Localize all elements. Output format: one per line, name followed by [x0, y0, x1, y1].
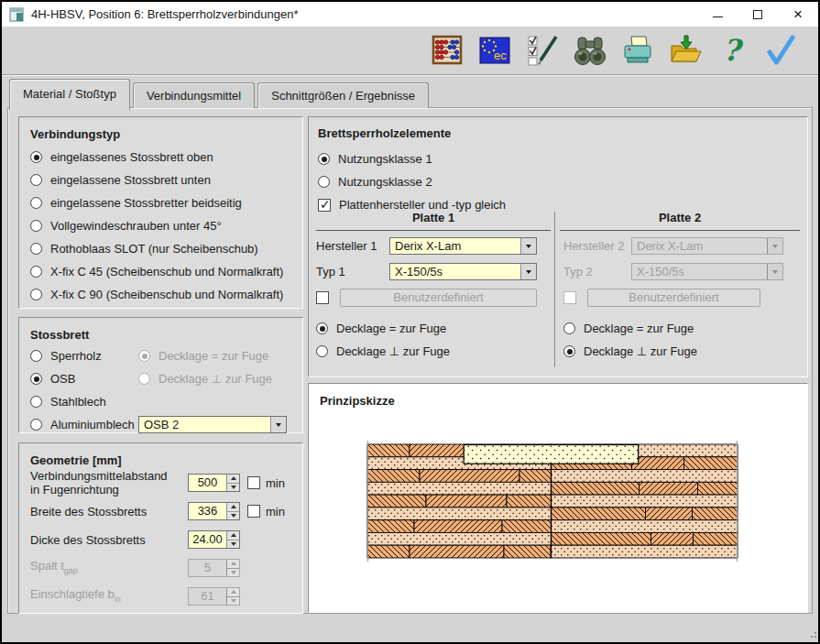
custom-checkbox[interactable] — [316, 291, 329, 304]
tab-schnittgroessen-ergebnisse[interactable]: Schnittgrößen / Ergebnisse — [257, 82, 429, 108]
dropdown-button[interactable] — [520, 264, 536, 279]
printer-icon — [621, 34, 654, 67]
maximize-button[interactable] — [738, 2, 778, 27]
radio-icon — [30, 151, 42, 163]
svg-text:?: ? — [723, 34, 744, 67]
group-title: Geometrie [mm] — [30, 453, 291, 467]
confirm-check-icon — [764, 34, 797, 67]
radio-row[interactable]: OSB — [30, 372, 138, 386]
spin-up-icon — [231, 533, 236, 537]
radio-row[interactable]: Decklage ⊥ zur Fuge — [563, 344, 783, 359]
field-label: Dicke des Stossbretts — [30, 533, 188, 547]
checkbox-label: min — [266, 476, 285, 490]
spin-down-icon — [231, 599, 236, 603]
minimize-icon — [713, 16, 723, 17]
abstand-spinner[interactable]: 500 — [188, 474, 240, 492]
field-label: Verbindungsmittelabstandin Fugenrichtung — [30, 469, 188, 497]
group-stossbrett: Stossbrett Sperrholz Decklage = zur Fuge… — [18, 317, 303, 433]
folder-save-button[interactable] — [668, 32, 703, 69]
breite-spinner[interactable]: 336 — [188, 502, 240, 520]
radio-row[interactable]: eingelassene Stossbrett unten — [30, 172, 291, 188]
hersteller1-select[interactable]: Derix X-Lam — [389, 237, 537, 255]
min-checkbox-row[interactable]: min — [247, 476, 285, 490]
abacus-button[interactable] — [430, 32, 465, 69]
radio-row[interactable]: Sperrholz — [30, 349, 138, 363]
spin-up-icon — [231, 505, 236, 508]
radio-icon — [318, 153, 330, 165]
radio-icon — [30, 396, 42, 408]
spin-down-icon — [231, 571, 236, 574]
typ1-select[interactable]: X-150/5s — [389, 263, 537, 280]
selected-value: X-150/5s — [637, 265, 767, 278]
radio-icon — [138, 350, 150, 362]
help-button[interactable]: ? — [716, 32, 750, 69]
spin-down-icon — [231, 486, 236, 489]
min-checkbox-row[interactable]: min — [247, 505, 285, 518]
spin-up-icon — [231, 562, 236, 565]
radio-label: eingelassene Stossbretter beidseitig — [50, 196, 242, 210]
checklist-button[interactable] — [525, 32, 560, 69]
close-button[interactable]: × — [778, 2, 818, 27]
dropdown-button[interactable] — [520, 238, 536, 254]
dicke-spinner[interactable]: 24.00 — [188, 530, 240, 549]
spin-up-icon — [231, 476, 236, 480]
radio-label: eingelassenes Stossbrett oben — [50, 150, 213, 164]
radio-row[interactable]: Rothoblaas SLOT (nur Scheibenschub) — [30, 241, 291, 257]
spinner-buttons[interactable] — [226, 475, 239, 491]
radio-row[interactable]: Stahlblech — [30, 395, 138, 409]
help-icon: ? — [721, 34, 745, 67]
radio-row[interactable]: Nutzungsklasse 1 — [318, 151, 798, 167]
radio-row[interactable]: eingelassene Stossbretter beidseitig — [30, 195, 291, 211]
chevron-down-icon — [526, 270, 531, 274]
confirm-button[interactable] — [763, 32, 798, 69]
minimize-button[interactable] — [697, 2, 738, 27]
checkbox-icon — [247, 505, 260, 518]
radio-row[interactable]: Aluminiumblech — [30, 418, 138, 431]
radio-icon — [316, 322, 328, 334]
radio-label: eingelassene Stossbrett unten — [50, 173, 211, 187]
radio-label: Decklage ⊥ zur Fuge — [584, 344, 697, 358]
radio-row[interactable]: eingelassenes Stossbrett oben — [30, 149, 291, 165]
radio-row[interactable]: Decklage ⊥ zur Fuge — [316, 344, 537, 359]
printer-button[interactable] — [620, 32, 655, 69]
radio-row[interactable]: Decklage = zur Fuge — [316, 321, 537, 336]
tab-label: Verbindungsmittel — [147, 89, 241, 103]
eurocode-button[interactable]: ec — [477, 32, 512, 69]
svg-text:ec: ec — [494, 49, 507, 62]
spinner-buttons[interactable] — [226, 503, 239, 519]
radio-row[interactable]: X-fix C 45 (Scheibenschub und Normalkraf… — [30, 264, 291, 279]
column-divider — [554, 212, 555, 367]
material-row: Aluminiumblech OSB 2 — [30, 416, 291, 433]
tab-verbindungsmittel[interactable]: Verbindungsmittel — [133, 82, 255, 108]
radio-row[interactable]: Nutzungsklasse 2 — [318, 174, 798, 190]
app-icon — [9, 7, 24, 22]
tab-content-panel: Verbindungstyp eingelassenes Stossbrett … — [7, 107, 813, 614]
radio-label: Decklage = zur Fuge — [159, 349, 268, 363]
benutzerdefiniert1-button: Benutzerdefiniert — [340, 289, 537, 307]
window-controls: × — [697, 2, 818, 27]
radio-icon — [30, 266, 42, 278]
dropdown-button[interactable] — [270, 417, 286, 432]
binoculars-button[interactable] — [573, 32, 607, 69]
osb-type-select[interactable]: OSB 2 — [138, 416, 287, 433]
group-brettsperrholzelemente: Brettsperrholzelemente Nutzungsklasse 1 … — [308, 116, 808, 377]
field-row: Dicke des Stossbretts 24.00 — [30, 530, 291, 549]
resize-grip[interactable] — [811, 636, 813, 638]
custom-row: Benutzerdefiniert — [316, 289, 537, 307]
field-row: Verbindungsmittelabstandin Fugenrichtung… — [30, 469, 291, 497]
radio-row[interactable]: Decklage = zur Fuge — [563, 321, 783, 336]
radio-label: Rothoblaas SLOT (nur Scheibenschub) — [50, 242, 258, 256]
spalt-spinner: 5 — [188, 559, 240, 577]
prinzipskizze-svg — [367, 444, 738, 558]
radio-label: Decklage ⊥ zur Fuge — [336, 344, 450, 358]
tab-material-stosstyp[interactable]: Material / Stoßtyp — [9, 79, 130, 110]
abacus-icon — [431, 35, 464, 66]
tab-bar: Material / Stoßtyp Verbindungsmittel Sch… — [9, 76, 429, 108]
radio-label: Nutzungsklasse 2 — [338, 175, 432, 189]
radio-label: Decklage = zur Fuge — [584, 322, 694, 335]
radio-icon — [30, 419, 42, 431]
spinner-buttons[interactable] — [226, 531, 239, 548]
radio-row[interactable]: Vollgewindeschrauben unter 45° — [30, 218, 291, 234]
chevron-down-icon — [526, 245, 531, 248]
radio-row[interactable]: X-fix C 90 (Scheibenschub und Normalkraf… — [30, 287, 291, 302]
